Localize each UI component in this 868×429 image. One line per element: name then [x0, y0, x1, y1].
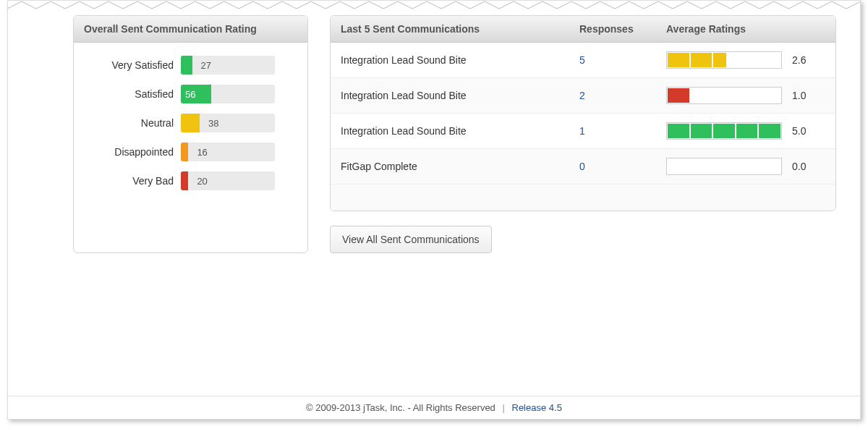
footer-copyright: © 2009-2013 jTask, Inc. - All Rights Res…: [306, 402, 495, 413]
comm-responses[interactable]: 1: [579, 125, 666, 137]
rating-seg: [713, 53, 735, 67]
rating-row: Disappointed16: [87, 143, 294, 161]
rating-bar: [666, 51, 782, 69]
rating-bar-fill: [181, 114, 200, 132]
comm-responses[interactable]: 0: [579, 161, 666, 172]
rating-seg: [668, 124, 689, 138]
header-name: Last 5 Sent Communications: [341, 23, 579, 35]
rating-seg: [736, 53, 758, 67]
rating-bar-fill: [181, 143, 188, 161]
rating-row: Very Bad20: [87, 171, 294, 190]
rating-seg: [668, 88, 689, 103]
comm-rating-cell: 0.0: [666, 158, 825, 175]
comm-rating-cell: 2.6: [666, 51, 825, 69]
rating-value: 20: [197, 171, 207, 190]
rating-bar-track: 56: [181, 85, 275, 103]
rating-row: Satisfied56: [87, 85, 294, 103]
comm-row: Integration Lead Sound Bite21.0: [331, 78, 835, 114]
rating-bar-fill: [181, 171, 188, 190]
comm-row: FitGap Complete00.0: [331, 149, 835, 184]
rating-seg: [691, 159, 712, 174]
footer: © 2009-2013 jTask, Inc. - All Rights Res…: [8, 396, 860, 419]
main-content: Overall Sent Communication Rating Very S…: [8, 1, 860, 253]
rating-seg: [713, 88, 735, 103]
comm-row: Integration Lead Sound Bite52.6: [331, 43, 835, 78]
comm-rating-value: 1.0: [792, 90, 821, 101]
last-comms-header: Last 5 Sent Communications Responses Ave…: [331, 16, 835, 43]
rating-bar-track: 38: [181, 114, 275, 132]
header-responses: Responses: [579, 23, 666, 35]
comm-responses[interactable]: 5: [579, 54, 666, 66]
overall-rating-title: Overall Sent Communication Rating: [74, 16, 307, 43]
rating-label: Very Bad: [87, 175, 174, 187]
rating-bar-track: 27: [181, 56, 275, 75]
comm-rating-value: 2.6: [792, 54, 821, 66]
rating-row: Very Satisfied27: [87, 56, 294, 75]
rating-label: Disappointed: [87, 146, 174, 158]
rating-seg: [759, 88, 780, 103]
comm-name: Integration Lead Sound Bite: [341, 54, 579, 66]
comm-rating-cell: 1.0: [666, 87, 825, 104]
rating-seg: [691, 53, 712, 67]
rating-seg: [736, 159, 758, 174]
footer-sep: |: [502, 402, 504, 413]
rating-seg: [759, 124, 780, 138]
last-comms-body: Integration Lead Sound Bite52.6Integrati…: [331, 43, 835, 211]
rating-seg: [668, 159, 689, 174]
footer-release-link[interactable]: Release 4.5: [512, 402, 562, 413]
overall-rating-panel: Overall Sent Communication Rating Very S…: [73, 15, 308, 253]
rating-seg: [736, 88, 758, 103]
comm-rating-cell: 5.0: [666, 122, 825, 140]
right-column: Last 5 Sent Communications Responses Ave…: [330, 15, 836, 253]
rating-label: Neutral: [87, 117, 174, 129]
rating-seg: [713, 124, 735, 138]
rating-seg: [691, 124, 712, 138]
rating-bar: [666, 158, 782, 175]
comm-row-empty: [331, 184, 835, 211]
comm-rating-value: 0.0: [792, 161, 821, 172]
rating-value: 38: [208, 114, 218, 132]
comm-name: FitGap Complete: [341, 161, 579, 172]
rating-row: Neutral38: [87, 114, 294, 132]
rating-seg: [736, 124, 758, 138]
comm-name: Integration Lead Sound Bite: [341, 90, 579, 101]
comm-row: Integration Lead Sound Bite15.0: [331, 114, 835, 149]
rating-seg: [691, 88, 712, 103]
rating-seg: [668, 53, 689, 67]
rating-seg: [759, 159, 780, 174]
rating-value: 56: [185, 85, 195, 103]
comm-rating-value: 5.0: [792, 125, 821, 137]
comm-name: Integration Lead Sound Bite: [341, 125, 579, 137]
rating-bar-fill: [181, 56, 192, 75]
overall-rating-body: Very Satisfied27Satisfied56Neutral38Disa…: [74, 43, 307, 206]
comm-responses[interactable]: 2: [579, 90, 666, 101]
rating-bar-track: 16: [181, 143, 275, 161]
rating-seg: [759, 53, 780, 67]
rating-bar: [666, 87, 782, 104]
rating-label: Very Satisfied: [87, 59, 174, 71]
rating-value: 27: [201, 56, 211, 75]
rating-bar-track: 20: [181, 171, 275, 190]
rating-seg: [713, 159, 735, 174]
rating-bar: [666, 122, 782, 140]
header-avg: Average Ratings: [666, 23, 825, 35]
view-all-button[interactable]: View All Sent Communications: [330, 226, 492, 253]
rating-label: Satisfied: [87, 88, 174, 100]
last-comms-panel: Last 5 Sent Communications Responses Ave…: [330, 15, 836, 211]
rating-value: 16: [197, 143, 207, 161]
